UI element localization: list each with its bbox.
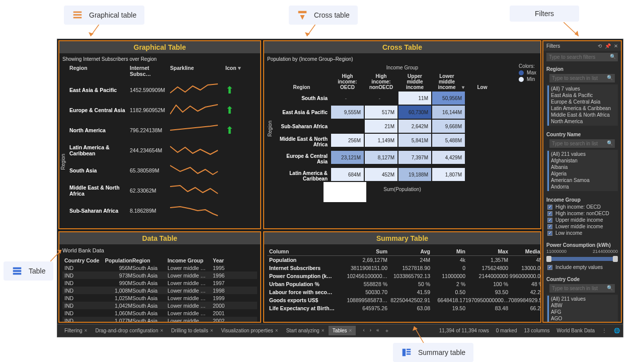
row-head[interactable]: Latin America & Caribbean bbox=[273, 167, 331, 185]
col-head[interactable]: Icon ▾ bbox=[225, 65, 251, 77]
cell[interactable]: - bbox=[365, 92, 397, 105]
list-item[interactable]: Afghanistan bbox=[547, 157, 617, 164]
table-row[interactable]: Internet Subscribers3811908151.001527818… bbox=[267, 264, 537, 272]
add-icon[interactable]: ＋ bbox=[384, 327, 389, 334]
globe-icon[interactable]: 🌐 bbox=[614, 328, 620, 333]
row-head[interactable]: South Asia bbox=[273, 91, 331, 105]
panel-body[interactable]: Population by (Income Group–Region) Inco… bbox=[264, 53, 540, 228]
col-head[interactable]: Min bbox=[430, 248, 465, 254]
list-item[interactable]: AFG bbox=[547, 309, 617, 315]
table-row[interactable]: South Asia 65.380589M bbox=[62, 160, 257, 180]
col-head[interactable]: Avg bbox=[387, 248, 430, 254]
list-item[interactable]: Andorra bbox=[547, 184, 617, 190]
table-row[interactable]: North America 796.224138M ⬆ bbox=[62, 120, 257, 140]
cell[interactable]: 16,144M bbox=[432, 106, 465, 119]
table-row[interactable]: Middle East & North Africa 62.33062M bbox=[62, 180, 257, 201]
table-row[interactable]: IND1,008MSouth AsiaLower middle …1998 bbox=[62, 287, 257, 294]
bottom-tab[interactable]: Filtering× bbox=[60, 326, 91, 335]
table-row[interactable]: IND1,060MSouth AsiaLower middle …2001 bbox=[62, 309, 257, 317]
collapse-icon[interactable]: « bbox=[376, 327, 379, 334]
close-icon[interactable]: × bbox=[160, 328, 164, 333]
list-item[interactable]: East Asia & Pacific bbox=[547, 92, 617, 99]
bottom-tab[interactable]: Tables× bbox=[329, 326, 356, 335]
close-icon[interactable]: × bbox=[85, 328, 88, 333]
table-row[interactable]: IND1,025MSouth AsiaLower middle …1999 bbox=[62, 294, 257, 302]
list-item[interactable]: ABW bbox=[547, 302, 617, 309]
col-head[interactable]: High income: OECD bbox=[331, 72, 364, 91]
table-row[interactable]: IND1,077MSouth AsiaLower middle …2002 bbox=[62, 317, 257, 322]
list-item[interactable]: North America bbox=[547, 118, 617, 125]
menu-icon[interactable]: ⋮ bbox=[602, 328, 607, 333]
row-head[interactable]: East Asia & Pacific bbox=[273, 105, 331, 119]
list-item[interactable]: Angola bbox=[547, 190, 617, 191]
list-item[interactable]: (All) 211 values bbox=[547, 296, 617, 302]
bottom-tab[interactable]: Start analyzing× bbox=[282, 326, 329, 335]
table-row[interactable]: Power Consumption (k…102456100000…103386… bbox=[267, 272, 537, 280]
refresh-icon[interactable]: ⟲ bbox=[598, 43, 602, 49]
table-row[interactable]: Sub-Saharan Africa 8.186289M bbox=[62, 201, 257, 221]
cell[interactable] bbox=[466, 134, 499, 147]
table-row[interactable]: IND973MSouth AsiaLower middle …1996 bbox=[62, 272, 257, 279]
cell[interactable]: 11M bbox=[398, 92, 431, 105]
list-item[interactable]: (All) 7 values bbox=[547, 85, 617, 92]
list-item[interactable]: Algeria bbox=[547, 170, 617, 177]
cell[interactable]: 60,730M bbox=[398, 106, 431, 119]
cell[interactable] bbox=[466, 92, 499, 105]
checkbox-item[interactable]: ✓Upper middle income bbox=[546, 217, 618, 223]
cell[interactable]: 517M bbox=[365, 106, 397, 119]
prev-icon[interactable]: ‹ bbox=[363, 327, 364, 334]
bottom-tab[interactable]: Drag-and-drop configuration× bbox=[91, 326, 167, 335]
close-icon[interactable]: × bbox=[275, 328, 278, 333]
cell[interactable]: 4,429M bbox=[432, 151, 465, 164]
range-slider[interactable] bbox=[547, 257, 617, 261]
col-head[interactable]: Column bbox=[269, 248, 340, 254]
col-head[interactable]: Internet Subsc… bbox=[130, 65, 170, 77]
filter-list[interactable]: (All) 211 valuesAfghanistanAlbaniaAlgeri… bbox=[546, 150, 618, 191]
bottom-tab[interactable]: Drilling to details× bbox=[167, 326, 217, 335]
cell[interactable]: 19,188M bbox=[398, 168, 431, 181]
col-head[interactable]: Region bbox=[132, 257, 168, 263]
checkbox-item[interactable]: ✓High income: OECD bbox=[546, 204, 618, 210]
filter-list[interactable]: (All) 7 valuesEast Asia & PacificEurope … bbox=[546, 84, 618, 126]
close-icon[interactable]: × bbox=[210, 328, 213, 333]
search-icon[interactable]: 🔍 bbox=[610, 54, 616, 59]
table-row[interactable]: IND956MSouth AsiaLower middle …1995 bbox=[62, 264, 257, 272]
search-icon[interactable]: 🔍 bbox=[607, 140, 613, 146]
cell[interactable] bbox=[331, 120, 364, 133]
table-row[interactable]: IND990MSouth AsiaLower middle …1997 bbox=[62, 279, 257, 287]
cell[interactable] bbox=[466, 151, 499, 164]
bottom-tab[interactable]: Visualization properties× bbox=[217, 326, 282, 335]
list-item[interactable]: South Asia bbox=[547, 125, 617, 126]
cell[interactable]: 452M bbox=[365, 168, 397, 181]
close-icon[interactable]: × bbox=[349, 328, 352, 333]
table-row[interactable]: Europe & Central Asia 1182.960952M ⬆ bbox=[62, 100, 257, 120]
cell[interactable]: 7,397M bbox=[398, 151, 431, 164]
cell[interactable]: 9,668M bbox=[432, 120, 465, 133]
list-search-input[interactable] bbox=[549, 74, 615, 82]
col-head[interactable]: Upper middle income bbox=[398, 72, 432, 91]
list-item[interactable]: Europe & Central Asia bbox=[547, 99, 617, 105]
row-head[interactable]: Europe & Central Asia bbox=[273, 150, 331, 167]
col-head[interactable]: Income Group bbox=[168, 257, 213, 263]
table-row[interactable]: Labour force with seco…50030.7041.590.50… bbox=[267, 288, 537, 296]
close-icon[interactable]: × bbox=[321, 328, 325, 333]
cell[interactable]: 21M bbox=[365, 120, 397, 133]
list-item[interactable]: Latin America & Caribbean bbox=[547, 105, 617, 112]
panel-body[interactable]: World Bank Data Country Code Population … bbox=[59, 244, 260, 322]
panel-body[interactable]: Column Sum Avg Min Max Median Population… bbox=[264, 244, 540, 322]
cell[interactable]: 50,956M bbox=[432, 92, 465, 105]
cell[interactable]: 1,149M bbox=[365, 134, 397, 147]
checkbox-item[interactable]: ✓High income: nonOECD bbox=[546, 210, 618, 217]
close-icon[interactable]: ✕ bbox=[614, 43, 618, 49]
cell[interactable]: 5,841M bbox=[398, 134, 431, 147]
cell[interactable] bbox=[466, 168, 499, 181]
checkbox-item[interactable]: ✓Lower middle income bbox=[546, 223, 618, 230]
list-item[interactable]: (All) 211 values bbox=[547, 151, 617, 157]
list-search-input[interactable] bbox=[549, 284, 615, 293]
filter-list[interactable]: (All) 211 valuesABWAFGAGOALBAND bbox=[546, 295, 618, 323]
col-head[interactable]: Low bbox=[465, 72, 499, 91]
cell[interactable]: 5,488M bbox=[432, 134, 465, 147]
list-item[interactable]: Albania bbox=[547, 164, 617, 170]
list-item[interactable]: Middle East & North Africa bbox=[547, 112, 617, 118]
table-row[interactable]: Urban Population %558828 %50 %2 %100 %48… bbox=[267, 280, 537, 288]
